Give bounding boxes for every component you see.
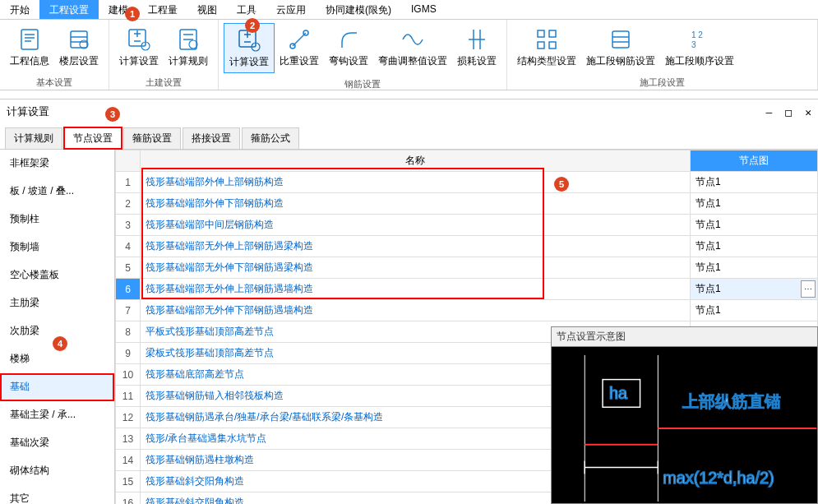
subtab-stirrup-formula[interactable]: 箍筋公式: [242, 127, 299, 149]
table-row[interactable]: 2筏形基础端部外伸下部钢筋构造节点1: [116, 193, 818, 215]
subtab-calc-rules[interactable]: 计算规则: [5, 127, 62, 149]
marker-5: 5: [554, 177, 569, 192]
row-number: 10: [116, 364, 141, 386]
nav-item[interactable]: 非框架梁: [0, 150, 114, 178]
ribbon-label: 施工段顺序设置: [665, 54, 734, 68]
ribbon-group-civil: 计算设置 计算规则 土建设置: [109, 20, 219, 90]
row-number: 8: [116, 321, 141, 343]
menu-tab-cloud[interactable]: 云应用: [266, 0, 316, 19]
close-button[interactable]: ✕: [805, 106, 811, 118]
table-row[interactable]: 5筏形基础端部无外伸下部钢筋遇梁构造节点1: [116, 257, 818, 279]
project-info-button[interactable]: 工程信息: [5, 23, 54, 72]
layers-icon: [608, 26, 634, 53]
calc-settings-button[interactable]: 计算设置: [114, 23, 164, 72]
table-row[interactable]: 3筏形基础端部中间层钢筋构造节点1: [116, 215, 818, 236]
row-number: 5: [116, 257, 141, 279]
menu-tab-quantity[interactable]: 工程量: [138, 0, 187, 19]
row-number: 9: [116, 343, 141, 364]
ribbon-group-label: 基本设置: [0, 75, 109, 90]
ribbon-group-label: 钢筋设置: [219, 76, 506, 92]
menu-tab-project-settings[interactable]: 工程设置: [39, 0, 99, 19]
nav-item[interactable]: 板 / 坡道 / 叠...: [0, 178, 114, 206]
hook-settings-button[interactable]: 弯钩设置: [324, 23, 373, 72]
ribbon-label: 弯曲调整值设置: [378, 54, 447, 68]
minimize-button[interactable]: —: [766, 106, 773, 118]
menu-tab-tools[interactable]: 工具: [227, 0, 266, 19]
table-row[interactable]: 6筏形基础端部无外伸上部钢筋遇墙构造节点1⋯: [116, 279, 818, 300]
row-name: 筏形基础端部外伸下部钢筋构造: [141, 193, 691, 215]
nav-item[interactable]: 基础主梁 / 承...: [0, 401, 114, 429]
table-row[interactable]: 4筏形基础端部无外伸上部钢筋遇梁构造节点1: [116, 236, 818, 257]
marker-3: 3: [105, 107, 120, 122]
row-node[interactable]: 节点1: [691, 215, 818, 236]
floor-settings-button[interactable]: 楼层设置: [54, 23, 104, 72]
subtab-node-settings[interactable]: 节点设置: [64, 127, 122, 149]
top-menu: 开始 工程设置 建模 工程量 视图 工具 云应用 协同建模(限免) IGMS: [0, 0, 818, 20]
row-node[interactable]: 节点1⋯: [691, 279, 818, 300]
phase-rebar-button[interactable]: 施工段钢筋设置: [581, 23, 660, 72]
menu-tab-collab[interactable]: 协同建模(限免): [316, 0, 401, 19]
table-container: 名称 节点图 1筏形基础端部外伸上部钢筋构造节点12筏形基础端部外伸下部钢筋构造…: [115, 150, 818, 504]
row-name: 筏形基础端部无外伸下部钢筋遇梁构造: [141, 257, 691, 279]
row-number: 3: [116, 215, 141, 236]
ribbon-group-label: 施工段设置: [507, 75, 817, 90]
row-name: 筏形基础端部无外伸上部钢筋遇梁构造: [141, 236, 691, 257]
table-row[interactable]: 7筏形基础端部无外伸下部钢筋遇墙构造节点1: [116, 300, 818, 321]
ribbon-label: 结构类型设置: [517, 54, 576, 68]
subtab-stirrup[interactable]: 箍筋设置: [123, 127, 181, 149]
sub-tabs: 计算规则 节点设置 箍筋设置 搭接设置 箍筋公式: [0, 124, 818, 150]
row-number: 16: [116, 492, 141, 505]
formula-text: max(12*d,ha/2): [663, 469, 774, 487]
nav-item[interactable]: 基础: [0, 373, 114, 401]
scale-icon: [286, 26, 312, 53]
struct-type-button[interactable]: 结构类型设置: [512, 23, 581, 72]
nav-item[interactable]: 其它: [0, 485, 114, 504]
window-titlebar: 计算设置 — □ ✕: [0, 99, 818, 124]
nav-item[interactable]: 预制墙: [0, 234, 114, 261]
nav-item[interactable]: 基础次梁: [0, 429, 114, 457]
table-row[interactable]: 1筏形基础端部外伸上部钢筋构造节点1: [116, 172, 818, 193]
row-number: 2: [116, 193, 141, 215]
col-header-num: [116, 150, 141, 172]
row-number: 15: [116, 471, 141, 492]
nav-item[interactable]: 空心楼盖板: [0, 261, 114, 289]
row-number: 7: [116, 300, 141, 321]
subtab-lap[interactable]: 搭接设置: [183, 127, 240, 149]
row-name: 筏形基础端部中间层钢筋构造: [141, 215, 691, 236]
menu-tab-igms[interactable]: IGMS: [401, 0, 446, 19]
curve-adjust-button[interactable]: 弯曲调整值设置: [373, 23, 452, 72]
ribbon-group-phase: 结构类型设置 施工段钢筋设置 1 23 施工段顺序设置 施工段设置: [507, 20, 818, 90]
ribbon: 工程信息 楼层设置 基本设置 计算设置 计算规则 土建设置 计算设置: [0, 20, 818, 90]
row-node[interactable]: 节点1: [691, 193, 818, 215]
ribbon-label: 计算规则: [169, 54, 208, 68]
menu-tab-start[interactable]: 开始: [0, 0, 39, 19]
ribbon-label: 计算设置: [119, 54, 159, 68]
nav-item[interactable]: 主肋梁: [0, 289, 114, 317]
phase-order-button[interactable]: 1 23 施工段顺序设置: [660, 23, 739, 72]
menu-tab-view[interactable]: 视图: [187, 0, 227, 19]
calc-rules-button[interactable]: 计算规则: [164, 23, 213, 72]
nav-item[interactable]: 预制柱: [0, 206, 114, 234]
settings-window: 计算设置 — □ ✕ 计算规则 节点设置 箍筋设置 搭接设置 箍筋公式 非框架梁…: [0, 99, 818, 504]
proportion-button[interactable]: 比重设置: [275, 23, 324, 72]
row-node[interactable]: 节点1: [691, 236, 818, 257]
row-number: 14: [116, 450, 141, 471]
ribbon-label: 弯钩设置: [329, 54, 368, 68]
nav-item[interactable]: 砌体结构: [0, 457, 114, 485]
row-node[interactable]: 节点1: [691, 300, 818, 321]
ribbon-label: 损耗设置: [457, 54, 497, 68]
label-right: 上部纵筋直锚: [682, 392, 781, 410]
ellipsis-button[interactable]: ⋯: [801, 280, 816, 298]
maximize-button[interactable]: □: [785, 106, 792, 118]
svg-rect-29: [549, 30, 556, 37]
loss-settings-button[interactable]: 损耗设置: [452, 23, 501, 72]
grid-icon: [534, 26, 560, 53]
row-name: 筏形基础端部无外伸上部钢筋遇墙构造: [141, 279, 691, 300]
row-number: 11: [116, 386, 141, 407]
svg-rect-31: [549, 42, 556, 49]
row-node[interactable]: 节点1: [691, 172, 818, 193]
row-name: 筏形基础端部无外伸下部钢筋遇墙构造: [141, 300, 691, 321]
floors-icon: [66, 26, 92, 53]
row-number: 13: [116, 428, 141, 450]
row-node[interactable]: 节点1: [691, 257, 818, 279]
